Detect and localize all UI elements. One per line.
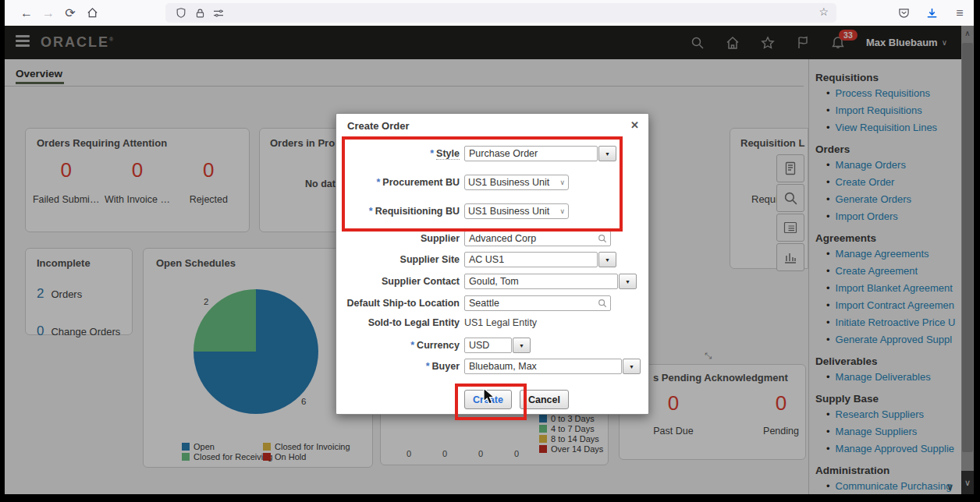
browser-home-icon[interactable] xyxy=(81,4,103,23)
annotation-box-required-fields xyxy=(342,136,623,232)
browser-back-icon[interactable]: ← xyxy=(16,4,37,23)
search-field-icon[interactable] xyxy=(598,299,607,310)
ship-to-label: Default Ship-to Location xyxy=(347,298,460,309)
supplier-input[interactable]: Advanced Corp xyxy=(464,231,611,246)
supplier-contact-label: Supplier Contact xyxy=(382,276,460,287)
supplier-site-dropdown-icon[interactable]: ▼ xyxy=(598,252,616,267)
search-field-icon[interactable] xyxy=(598,234,607,246)
lock-icon[interactable] xyxy=(190,4,209,23)
dialog-title: Create Order xyxy=(347,120,409,132)
currency-dropdown-icon[interactable]: ▼ xyxy=(513,338,531,353)
cancel-button[interactable]: Cancel xyxy=(520,390,569,409)
screenshot: ← → ⟳ ☆ ≡ xyxy=(0,0,980,502)
supplier-label: Supplier xyxy=(421,233,460,244)
currency-input[interactable]: USD xyxy=(464,338,512,353)
buyer-label: Buyer xyxy=(432,361,460,372)
browser-reload-icon[interactable]: ⟳ xyxy=(59,4,81,23)
tracking-shield-icon[interactable] xyxy=(172,4,190,23)
supplier-contact-input[interactable]: Gould, Tom xyxy=(464,274,618,289)
bookmark-star-icon[interactable]: ☆ xyxy=(818,5,829,18)
sold-to-label: Sold-to Legal Entity xyxy=(368,317,460,328)
pocket-icon[interactable] xyxy=(893,4,914,23)
currency-label: Currency xyxy=(417,340,460,351)
permissions-icon[interactable] xyxy=(209,4,228,23)
address-bar[interactable]: ☆ xyxy=(165,3,836,23)
supplier-site-label: Supplier Site xyxy=(400,254,460,265)
close-icon[interactable]: ✕ xyxy=(630,119,639,131)
buyer-dropdown-icon[interactable]: ▼ xyxy=(623,359,641,374)
browser-toolbar: ← → ⟳ ☆ ≡ xyxy=(5,0,974,26)
ship-to-input[interactable]: Seattle xyxy=(464,295,611,311)
buyer-input[interactable]: Bluebaum, Max xyxy=(464,359,622,374)
browser-forward-icon[interactable]: → xyxy=(37,4,59,23)
application-window: ORACLE® 33 Max Blue xyxy=(5,26,974,494)
supplier-contact-dropdown-icon[interactable]: ▼ xyxy=(619,274,637,289)
downloads-icon[interactable] xyxy=(921,4,943,23)
supplier-site-input[interactable]: AC US1 xyxy=(464,252,598,267)
sold-to-value: US1 Legal Entity xyxy=(464,315,537,328)
mouse-cursor xyxy=(482,387,499,409)
browser-menu-icon[interactable]: ≡ xyxy=(949,4,971,23)
